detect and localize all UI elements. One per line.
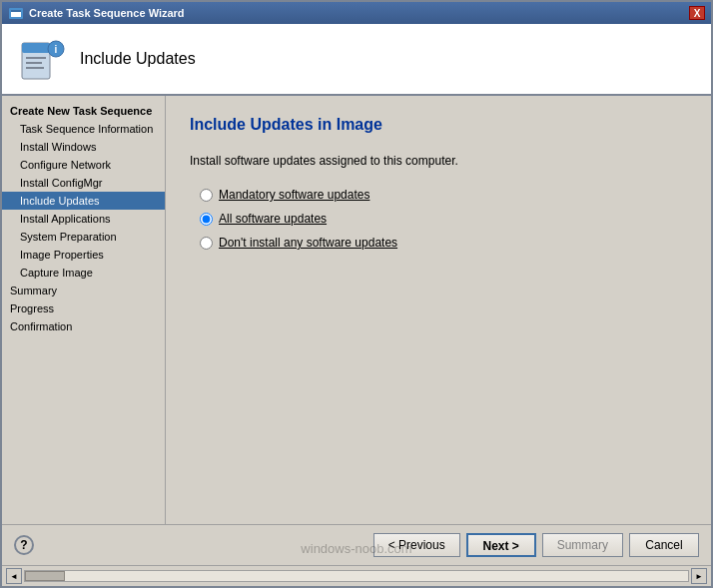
- sidebar-item-task-sequence-information[interactable]: Task Sequence Information: [2, 120, 165, 138]
- radio-mandatory-text: Mandatory software updates: [219, 188, 369, 202]
- next-button[interactable]: Next >: [466, 533, 536, 557]
- content-description: Install software updates assigned to thi…: [190, 154, 687, 168]
- radio-none[interactable]: [200, 237, 213, 250]
- svg-rect-5: [26, 57, 46, 59]
- radio-mandatory[interactable]: [200, 189, 213, 202]
- sidebar: Create New Task Sequence Task Sequence I…: [2, 96, 166, 524]
- summary-button[interactable]: Summary: [542, 533, 623, 557]
- radio-group: Mandatory software updates All software …: [200, 188, 687, 250]
- cancel-button[interactable]: Cancel: [629, 533, 699, 557]
- scroll-left-arrow[interactable]: ◄: [6, 568, 22, 584]
- footer-left: ?: [14, 535, 34, 555]
- content-area: Include Updates in Image Install softwar…: [166, 96, 711, 524]
- close-button[interactable]: X: [689, 6, 705, 20]
- svg-rect-2: [11, 10, 21, 12]
- radio-all-label[interactable]: All software updates: [200, 212, 687, 226]
- title-bar-title: Create Task Sequence Wizard: [29, 7, 185, 19]
- sidebar-item-confirmation[interactable]: Confirmation: [2, 317, 165, 335]
- sidebar-item-summary[interactable]: Summary: [2, 282, 165, 299]
- sidebar-item-system-preparation[interactable]: System Preparation: [2, 228, 165, 246]
- sidebar-item-install-windows[interactable]: Install Windows: [2, 138, 165, 156]
- svg-text:i: i: [55, 44, 58, 55]
- previous-button[interactable]: < Previous: [373, 533, 460, 557]
- header-title: Include Updates: [80, 50, 196, 68]
- footer: ? < Previous Next > Summary Cancel: [2, 524, 711, 565]
- sidebar-item-progress[interactable]: Progress: [2, 299, 165, 317]
- window-icon: [8, 5, 24, 21]
- header-wizard-icon: i: [18, 35, 66, 83]
- radio-all[interactable]: [200, 213, 213, 226]
- radio-all-text: All software updates: [219, 212, 327, 226]
- main-content: Create New Task Sequence Task Sequence I…: [2, 96, 711, 524]
- wizard-window: Create Task Sequence Wizard X i Include …: [0, 0, 713, 588]
- title-bar: Create Task Sequence Wizard X: [2, 2, 711, 24]
- svg-rect-6: [26, 62, 42, 64]
- sidebar-item-install-configmgr[interactable]: Install ConfigMgr: [2, 174, 165, 192]
- scroll-right-arrow[interactable]: ►: [691, 568, 707, 584]
- scroll-thumb: [25, 571, 65, 581]
- help-button[interactable]: ?: [14, 535, 34, 555]
- title-bar-left: Create Task Sequence Wizard: [8, 5, 185, 21]
- sidebar-item-image-properties[interactable]: Image Properties: [2, 246, 165, 264]
- header-banner: i Include Updates: [2, 24, 711, 96]
- svg-rect-4: [22, 43, 50, 53]
- sidebar-group-create-task[interactable]: Create New Task Sequence: [2, 102, 165, 120]
- radio-none-label[interactable]: Don't install any software updates: [200, 236, 687, 250]
- svg-rect-7: [26, 67, 44, 69]
- sidebar-item-configure-network[interactable]: Configure Network: [2, 156, 165, 174]
- radio-mandatory-label[interactable]: Mandatory software updates: [200, 188, 687, 202]
- sidebar-item-capture-image[interactable]: Capture Image: [2, 264, 165, 282]
- sidebar-item-include-updates[interactable]: Include Updates: [2, 192, 165, 210]
- sidebar-item-install-applications[interactable]: Install Applications: [2, 210, 165, 228]
- scroll-track[interactable]: [24, 570, 689, 582]
- radio-none-text: Don't install any software updates: [219, 236, 397, 250]
- content-title: Include Updates in Image: [190, 116, 687, 134]
- scrollbar-area: ◄ ►: [2, 565, 711, 586]
